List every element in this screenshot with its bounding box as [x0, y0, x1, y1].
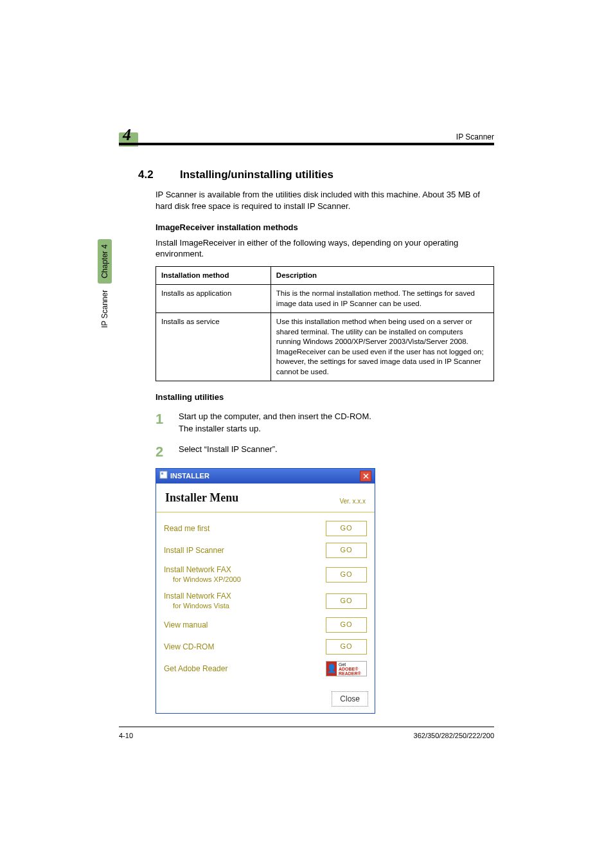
installer-window: INSTALLER Installer Menu Ver. x.x.x Read…: [155, 468, 375, 714]
table-row: Installs as application This is the norm…: [156, 285, 494, 313]
section-number: 4.2: [138, 168, 154, 181]
installer-menu-body: Read me first GO Install IP Scanner GO I…: [156, 512, 375, 687]
adobe-icon: 👤: [326, 662, 337, 676]
table-cell-desc: This is the normal installation method. …: [271, 285, 493, 313]
menu-label: Install Network FAX for Windows XP/2000: [164, 565, 241, 584]
window-title-text: INSTALLER: [170, 471, 209, 481]
step-number: 1: [155, 410, 179, 436]
adobe-reader-text: ADOBE® READER®: [339, 667, 361, 676]
page-number: 4-10: [119, 732, 133, 739]
table-cell-method: Installs as service: [156, 313, 271, 381]
side-tab-chapter: Chapter 4: [98, 239, 112, 284]
header-rule: [119, 143, 494, 145]
section-intro: IP Scanner is available from the utiliti…: [155, 189, 494, 212]
installer-footer: Close: [156, 687, 375, 713]
side-tab: Chapter 4 IP Scanner: [98, 239, 112, 328]
subsection-desc: Install ImageReceiver in either of the f…: [155, 237, 494, 260]
step-2: 2 Select “Install IP Scanner”.: [155, 442, 494, 462]
menu-row-adobe-reader: Get Adobe Reader 👤 Get ADOBE® READER®: [164, 658, 367, 680]
install-methods-table: Installation method Description Installs…: [155, 266, 494, 382]
menu-label-sub: for Windows XP/2000: [164, 575, 241, 584]
table-cell-method: Installs as application: [156, 285, 271, 313]
go-button[interactable]: GO: [326, 639, 367, 655]
installer-menu-header: Installer Menu Ver. x.x.x: [156, 484, 375, 512]
table-header-desc: Description: [271, 266, 493, 285]
go-button[interactable]: GO: [326, 521, 367, 536]
step-text: Select “Install IP Scanner”.: [179, 444, 494, 455]
go-button[interactable]: GO: [326, 593, 367, 609]
step-body: Select “Install IP Scanner”.: [179, 442, 494, 462]
menu-label: Install Network FAX for Windows Vista: [164, 591, 231, 611]
table-header-method: Installation method: [156, 266, 271, 285]
menu-label: Read me first: [164, 523, 209, 534]
menu-label-sub: for Windows Vista: [164, 601, 231, 611]
menu-label-main: Install Network FAX: [164, 592, 231, 601]
menu-row-view-manual: View manual GO: [164, 614, 367, 636]
menu-label: View CD-ROM: [164, 642, 214, 652]
close-icon: [363, 473, 369, 479]
step-text: Start up the computer, and then insert t…: [179, 411, 494, 422]
step-body: Start up the computer, and then insert t…: [179, 410, 494, 436]
menu-row-readme: Read me first GO: [164, 518, 367, 539]
menu-row-netfax-xp: Install Network FAX for Windows XP/2000 …: [164, 561, 367, 588]
adobe-button-text: Get ADOBE® READER®: [337, 662, 366, 676]
table-row: Installs as service Use this installatio…: [156, 313, 494, 381]
get-adobe-reader-button[interactable]: 👤 Get ADOBE® READER®: [326, 661, 367, 676]
menu-label: View manual: [164, 620, 208, 630]
installer-menu-title: Installer Menu: [165, 490, 238, 505]
step-1: 1 Start up the computer, and then insert…: [155, 410, 494, 436]
section-title: Installing/uninstalling utilities: [180, 168, 333, 181]
installer-version: Ver. x.x.x: [339, 497, 366, 506]
installer-close-button[interactable]: Close: [332, 691, 368, 707]
menu-row-view-cdrom: View CD-ROM GO: [164, 636, 367, 658]
menu-label: Get Adobe Reader: [164, 664, 227, 674]
chapter-number: 4: [123, 125, 131, 145]
side-tab-label: IP Scanner: [100, 290, 109, 328]
subheading-installing: Installing utilities: [155, 392, 494, 403]
body-column: IP Scanner is available from the utiliti…: [155, 185, 494, 714]
svg-rect-0: [160, 471, 167, 478]
footer-rule: [119, 727, 494, 727]
window-close-button[interactable]: [360, 471, 371, 482]
adobe-get: Get: [339, 662, 346, 667]
subheading-imagereceiver: ImageReceiver installation methods: [155, 222, 494, 233]
model-numbers: 362/350/282/250/222/200: [414, 732, 494, 739]
menu-row-install-ipscanner: Install IP Scanner GO: [164, 539, 367, 561]
window-titlebar: INSTALLER: [156, 469, 375, 484]
step-text-2: The installer starts up.: [179, 423, 494, 435]
go-button[interactable]: GO: [326, 567, 367, 583]
running-title: IP Scanner: [456, 132, 494, 141]
go-button[interactable]: GO: [326, 617, 367, 633]
go-button[interactable]: GO: [326, 543, 367, 558]
svg-rect-1: [161, 473, 163, 475]
installer-app-icon: [159, 471, 168, 482]
step-number: 2: [155, 442, 179, 462]
menu-label-main: Install Network FAX: [164, 565, 231, 574]
menu-row-netfax-vista: Install Network FAX for Windows Vista GO: [164, 588, 367, 614]
table-cell-desc: Use this installation method when being …: [271, 313, 493, 381]
menu-label: Install IP Scanner: [164, 545, 224, 556]
